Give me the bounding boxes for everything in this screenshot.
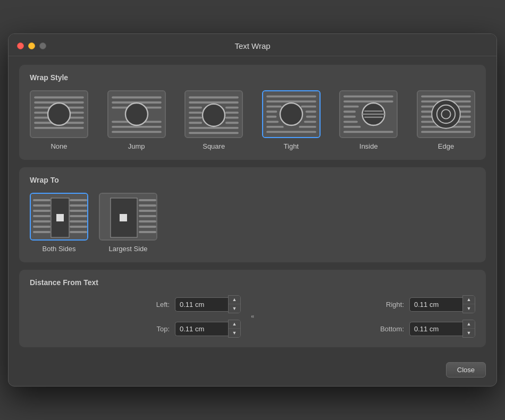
left-stepper: ▲ ▼	[228, 295, 241, 313]
wrap-icon-edge	[417, 90, 475, 138]
right-label: Right:	[386, 301, 404, 308]
svg-point-16	[125, 103, 148, 125]
distance-grid: Left: ▲ ▼ ⁌ Right:	[30, 295, 475, 338]
left-input-group: ▲ ▼	[175, 295, 241, 313]
svg-point-8	[48, 103, 70, 125]
wrap-style-section: Wrap Style	[19, 65, 486, 160]
right-input[interactable]	[409, 297, 462, 312]
maximize-window-button[interactable]	[39, 42, 46, 49]
wrap-option-none[interactable]: None	[30, 90, 88, 150]
wrap-jump-label: Jump	[128, 142, 145, 150]
right-stepper: ▲ ▼	[462, 295, 475, 313]
wrap-to-largest-side-label: Largest Side	[109, 245, 148, 253]
wrap-tight-label: Tight	[284, 142, 299, 150]
wrap-to-largest-side[interactable]: Largest Side	[99, 193, 157, 253]
wrap-inside-label: Inside	[359, 142, 378, 150]
traffic-lights	[17, 42, 46, 49]
wrap-option-inside[interactable]: Inside	[339, 90, 398, 150]
wrap-icon-none	[30, 90, 88, 138]
wrap-to-options: Both Sides	[30, 193, 475, 253]
wrap-style-options: None	[30, 90, 475, 150]
top-input[interactable]	[175, 322, 228, 336]
link-icon[interactable]: ⁌	[248, 312, 257, 322]
wrap-none-svg	[31, 91, 87, 137]
wrap-square-svg	[186, 91, 242, 137]
wrap-style-label: Wrap Style	[30, 73, 475, 82]
bottom-input[interactable]	[409, 322, 462, 336]
wrap-jump-svg	[108, 91, 165, 137]
bottom-stepper: ▲ ▼	[462, 320, 475, 338]
distance-section: Distance From Text Left: ▲ ▼ ⁌	[19, 270, 486, 347]
top-stepper: ▲ ▼	[228, 320, 241, 338]
wrap-to-both-sides[interactable]: Both Sides	[30, 193, 88, 253]
wrap-icon-jump	[107, 90, 166, 138]
svg-point-68	[432, 100, 460, 128]
right-stepper-down[interactable]: ▼	[463, 304, 475, 313]
right-input-group: ▲ ▼	[409, 295, 475, 313]
titlebar: Text Wrap	[9, 34, 496, 56]
bottom-stepper-down[interactable]: ▼	[463, 329, 475, 337]
wrap-tight-svg	[263, 91, 319, 137]
link-icon-container: ⁌	[241, 312, 264, 322]
left-stepper-up[interactable]: ▲	[229, 296, 240, 304]
wrap-option-edge[interactable]: Edge	[417, 90, 475, 150]
wrap-option-square[interactable]: Square	[184, 90, 243, 150]
svg-rect-97	[120, 214, 127, 221]
right-stepper-up[interactable]: ▲	[463, 296, 475, 304]
left-input-row: Left: ▲ ▼	[30, 295, 241, 313]
right-input-row: Right: ▲ ▼	[264, 295, 475, 313]
left-input[interactable]	[175, 297, 228, 312]
top-input-row: Top: ▲ ▼	[30, 320, 241, 338]
wrap-icon-square	[184, 90, 243, 138]
footer: Close	[9, 358, 496, 386]
bottom-input-group: ▲ ▼	[409, 320, 475, 338]
wrap-option-jump[interactable]: Jump	[107, 90, 166, 150]
svg-rect-87	[56, 214, 64, 221]
svg-point-45	[280, 103, 302, 125]
wrap-to-section: Wrap To	[19, 167, 486, 262]
left-stepper-down[interactable]: ▼	[229, 304, 240, 313]
wrap-to-label: Wrap To	[30, 176, 475, 184]
close-button[interactable]: Close	[446, 362, 486, 378]
window-title: Text Wrap	[17, 41, 488, 50]
text-wrap-window: Text Wrap Wrap Style	[8, 33, 497, 387]
wrap-to-both-sides-icon	[30, 193, 88, 241]
top-stepper-down[interactable]: ▼	[229, 329, 240, 337]
top-stepper-up[interactable]: ▲	[229, 320, 240, 329]
wrap-to-both-sides-label: Both Sides	[43, 245, 76, 253]
left-label: Left:	[156, 301, 170, 308]
main-content: Wrap Style	[9, 56, 496, 358]
top-input-group: ▲ ▼	[175, 320, 241, 338]
wrap-option-tight[interactable]: Tight	[262, 90, 321, 150]
wrap-icon-inside	[339, 90, 398, 138]
wrap-square-label: Square	[203, 142, 225, 150]
close-window-button[interactable]	[17, 42, 24, 49]
largest-side-svg	[100, 194, 157, 241]
both-sides-svg	[31, 194, 88, 241]
bottom-stepper-up[interactable]: ▲	[463, 320, 475, 329]
wrap-none-label: None	[50, 142, 67, 150]
distance-label: Distance From Text	[30, 278, 475, 287]
bottom-input-row: Bottom: ▲ ▼	[264, 320, 475, 338]
bottom-label: Bottom:	[380, 325, 404, 333]
wrap-icon-tight	[262, 90, 321, 138]
svg-point-30	[203, 104, 225, 126]
wrap-to-largest-side-icon	[99, 193, 157, 241]
wrap-edge-label: Edge	[438, 142, 454, 150]
wrap-edge-svg	[418, 91, 474, 137]
minimize-window-button[interactable]	[28, 42, 35, 49]
top-label: Top:	[156, 325, 170, 333]
wrap-inside-svg	[340, 91, 397, 137]
